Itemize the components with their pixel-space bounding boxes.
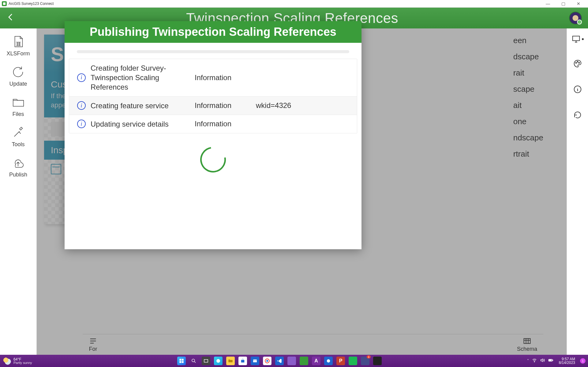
dot-icon — [582, 38, 584, 40]
log-level: Information — [195, 101, 256, 110]
xlsform-button[interactable]: XLSForm — [6, 35, 30, 57]
svg-rect-10 — [182, 361, 184, 363]
task-view-button[interactable] — [202, 357, 210, 365]
undo-icon[interactable] — [573, 110, 582, 121]
window-controls: — ▢ ✕ — [543, 1, 586, 6]
system-tray: ˄ — [524, 358, 556, 364]
wifi-icon[interactable] — [532, 358, 537, 364]
log-detail: wkid=4326 — [256, 101, 354, 110]
svg-point-17 — [266, 360, 268, 362]
app-icon-1[interactable] — [287, 357, 296, 365]
log-row: i Updating service details Information — [69, 115, 357, 133]
app-icon-2[interactable]: A — [312, 357, 320, 365]
store-icon[interactable] — [238, 357, 247, 365]
svg-point-4 — [577, 61, 578, 62]
weather-icon — [3, 357, 11, 365]
log-row: i Creating feature service Information w… — [69, 97, 357, 115]
dialog-progressbar — [77, 50, 349, 53]
avatar[interactable] — [569, 12, 582, 24]
rail-label: Update — [9, 81, 27, 87]
weather-temp: 64°F — [13, 358, 32, 361]
taskbar-clock[interactable]: 9:57 AM 8/14/2023 — [556, 357, 578, 365]
powerpoint-icon[interactable]: P — [336, 357, 345, 365]
info-icon[interactable] — [573, 85, 582, 95]
svg-rect-12 — [204, 360, 208, 362]
clock-date: 8/14/2023 — [559, 361, 575, 365]
app-icon-3[interactable] — [324, 357, 333, 365]
teams-icon[interactable]: 1 — [361, 357, 369, 365]
tray-chevron-icon[interactable]: ˄ — [527, 359, 529, 363]
publish-dialog: Publishing Twinspection Scaling Referenc… — [65, 21, 361, 249]
tools-button[interactable]: Tools — [11, 125, 25, 148]
badge: 1 — [367, 355, 371, 358]
monitor-icon[interactable] — [571, 35, 584, 44]
left-rail: XLSForm Update Files Tools Publish — [0, 28, 37, 355]
svg-point-20 — [534, 362, 534, 362]
files-button[interactable]: Files — [11, 95, 25, 117]
maximize-button[interactable]: ▢ — [559, 1, 568, 6]
battery-icon[interactable] — [548, 358, 553, 364]
svg-point-5 — [579, 62, 579, 63]
svg-point-18 — [327, 359, 330, 363]
rail-label: XLSForm — [6, 50, 30, 57]
svg-rect-2 — [572, 36, 579, 41]
publish-button[interactable]: Publish — [9, 156, 27, 178]
file-explorer-icon[interactable] — [226, 357, 235, 365]
minimize-button[interactable]: — — [543, 1, 552, 6]
loading-spinner-icon — [195, 142, 231, 177]
info-icon: i — [77, 120, 86, 128]
svg-rect-7 — [179, 359, 181, 361]
search-button[interactable] — [189, 357, 198, 365]
rail-label: Publish — [9, 172, 27, 178]
taskbar-weather[interactable]: 64°F Partly sunny — [0, 357, 35, 365]
app-icon — [2, 1, 7, 6]
info-icon: i — [77, 101, 86, 110]
right-rail — [567, 28, 588, 355]
log-level: Information — [195, 73, 256, 82]
palette-icon[interactable] — [573, 59, 582, 69]
outlook-icon[interactable] — [251, 357, 259, 365]
start-button[interactable] — [177, 357, 186, 365]
title-bar-left: ArcGIS Survey123 Connect — [2, 1, 54, 6]
dialog-title: Publishing Twinspection Scaling Referenc… — [65, 21, 361, 43]
log-row: i Creating folder Survey-Twinspection Sc… — [69, 59, 357, 97]
svg-rect-9 — [179, 361, 181, 363]
log-message: Creating folder Survey-Twinspection Scal… — [91, 63, 195, 92]
volume-icon[interactable] — [540, 358, 545, 364]
spotify-icon[interactable] — [349, 357, 357, 365]
window-title: ArcGIS Survey123 Connect — [9, 2, 54, 6]
back-button[interactable] — [6, 12, 15, 24]
taskbar: 64°F Partly sunny A P 1 ˄ 9:57 AM 8/14/2… — [0, 355, 588, 367]
info-icon: i — [77, 73, 86, 82]
update-button[interactable]: Update — [9, 65, 27, 87]
svg-rect-23 — [549, 360, 551, 361]
svg-point-13 — [216, 359, 220, 363]
taskbar-center: A P 1 — [35, 357, 524, 365]
weather-condition: Partly sunny — [13, 361, 32, 365]
svg-point-3 — [575, 62, 576, 63]
weather-text: 64°F Partly sunny — [13, 358, 32, 365]
svg-point-11 — [192, 359, 195, 362]
edge-icon[interactable] — [214, 357, 223, 365]
log-message: Updating service details — [91, 119, 195, 129]
close-button[interactable]: ✕ — [574, 1, 583, 6]
rail-label: Tools — [12, 141, 24, 148]
window-title-bar: ArcGIS Survey123 Connect — ▢ ✕ — [0, 0, 588, 8]
app-icon-4[interactable] — [373, 357, 382, 365]
log-level: Information — [195, 120, 256, 128]
notifications-icon[interactable]: 1 — [580, 358, 586, 364]
vscode-icon[interactable] — [275, 357, 284, 365]
svg-rect-14 — [241, 360, 245, 362]
svg-rect-8 — [182, 359, 184, 361]
rail-label: Files — [12, 111, 24, 117]
svg-rect-0 — [3, 2, 6, 5]
log-message: Creating feature service — [91, 101, 195, 110]
survey123-icon[interactable] — [300, 357, 308, 365]
dialog-log-list: i Creating folder Survey-Twinspection Sc… — [69, 59, 357, 133]
chrome-icon[interactable] — [263, 357, 272, 365]
svg-rect-22 — [552, 360, 553, 361]
svg-point-19 — [351, 359, 355, 363]
